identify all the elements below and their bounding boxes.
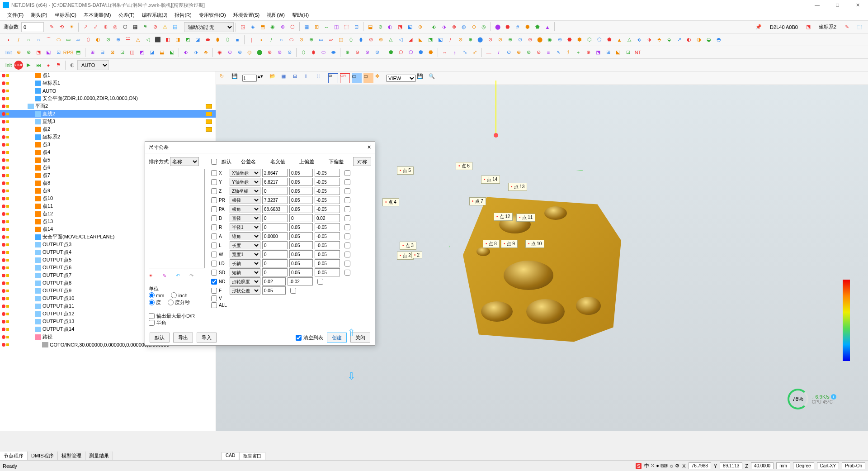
- menu-item[interactable]: 帮助(H): [288, 12, 312, 19]
- row-upper[interactable]: [289, 205, 313, 213]
- tool-btn[interactable]: ⊕: [14, 48, 23, 57]
- flag-icon[interactable]: ⚑: [54, 61, 63, 70]
- shape-btn[interactable]: ▭: [316, 35, 326, 44]
- shape-btn[interactable]: ⬖: [635, 35, 644, 44]
- row-sym-check[interactable]: [290, 288, 296, 294]
- row-lower[interactable]: [315, 214, 340, 222]
- row-lower[interactable]: [315, 178, 340, 186]
- shape-btn[interactable]: ⬡: [585, 35, 594, 44]
- shape-btn[interactable]: ⬮: [213, 35, 222, 44]
- points-input[interactable]: [21, 22, 44, 32]
- view-select[interactable]: VIEW: [386, 75, 416, 82]
- ime-label[interactable]: 中 ⁙ ● ⌨ ☼ ⚙: [644, 462, 679, 469]
- aux-select[interactable]: 辅助功能 无: [184, 22, 234, 32]
- dlg-tool-1[interactable]: ✴: [149, 273, 158, 282]
- shape-btn[interactable]: ⬯: [223, 35, 232, 44]
- row-check[interactable]: [211, 215, 217, 221]
- row-lower[interactable]: [315, 169, 340, 177]
- row-check[interactable]: [211, 224, 217, 230]
- toggle-icon[interactable]: ◐: [68, 61, 77, 70]
- tool-btn[interactable]: ⬠: [396, 48, 406, 57]
- vp-di-icon[interactable]: DI: [328, 73, 338, 83]
- vp-up-icon[interactable]: ▴▾: [258, 73, 268, 83]
- point-label[interactable]: 点 6: [456, 162, 472, 170]
- row-nominal[interactable]: [262, 214, 288, 222]
- menu-item[interactable]: 专用软件(O): [195, 12, 230, 19]
- tool-btn[interactable]: ⊛: [265, 48, 274, 57]
- menu-item[interactable]: 环境设置(S): [230, 12, 264, 19]
- tree-row[interactable]: 坐标系1: [0, 79, 216, 87]
- shape-btn[interactable]: ◢: [406, 35, 415, 44]
- row-upper[interactable]: [289, 250, 313, 258]
- tool-a3[interactable]: ✴: [67, 23, 76, 32]
- vp-open-icon[interactable]: 📂: [269, 73, 279, 83]
- row-lower[interactable]: [315, 250, 340, 258]
- shape-btn[interactable]: ◁: [396, 35, 405, 44]
- shape-btn[interactable]: |: [247, 35, 256, 44]
- tool-btn[interactable]: ⬡: [406, 48, 415, 57]
- row-check[interactable]: [211, 302, 217, 308]
- minimize-button[interactable]: —: [807, 0, 827, 10]
- menu-item[interactable]: 坐标系(C): [51, 12, 80, 19]
- tree-row[interactable]: 安全平面(ZDIR,10.0000,ZDIR,10.0000,ON): [0, 95, 216, 102]
- vp-save-icon[interactable]: 💾: [231, 73, 241, 83]
- shape-btn[interactable]: ■: [233, 35, 242, 44]
- shape-btn[interactable]: ⬢: [575, 35, 584, 44]
- tool-btn[interactable]: ⊡: [118, 48, 127, 57]
- tool-btn[interactable]: +: [574, 48, 583, 57]
- shape-btn[interactable]: ⬯: [346, 35, 355, 44]
- vp-c1-icon[interactable]: ▭: [352, 73, 362, 83]
- vp-save2-icon[interactable]: 💾: [417, 73, 427, 83]
- arrow-down-icon[interactable]: ⇩: [347, 371, 355, 382]
- shape-btn[interactable]: ⬗: [645, 35, 654, 44]
- row-sym-check[interactable]: [344, 270, 350, 276]
- row-type[interactable]: 极径: [230, 196, 260, 204]
- point-label[interactable]: 2: [411, 252, 422, 258]
- tool-btn[interactable]: ⊡: [352, 23, 361, 32]
- tool-btn[interactable]: /: [494, 48, 503, 57]
- shape-btn[interactable]: ⬤: [535, 35, 544, 44]
- create-button[interactable]: 创建: [327, 333, 347, 343]
- row-check[interactable]: [211, 288, 217, 294]
- tool-btn[interactable]: ⊕: [514, 48, 523, 57]
- tool-btn[interactable]: ⊛: [278, 23, 287, 32]
- row-type[interactable]: X轴坐标: [230, 169, 260, 177]
- tree-row[interactable]: 直线3: [0, 118, 216, 125]
- tool-btn[interactable]: ⊡: [54, 48, 63, 57]
- sym-button[interactable]: 对称: [353, 157, 371, 166]
- point-label[interactable]: 点 3: [400, 242, 416, 250]
- shape-btn[interactable]: ⊘: [456, 35, 465, 44]
- tool-btn[interactable]: ⬬: [329, 48, 338, 57]
- row-upper[interactable]: [289, 187, 313, 195]
- tool-b9[interactable]: ⚠: [160, 23, 170, 32]
- shape-btn[interactable]: ⊘: [495, 35, 505, 44]
- row-nominal[interactable]: [262, 205, 288, 213]
- pin-icon[interactable]: 📌: [753, 23, 764, 31]
- shape-btn[interactable]: ⊙: [297, 35, 306, 44]
- row-upper[interactable]: [289, 241, 313, 249]
- half-angle-check[interactable]: 半角: [149, 319, 208, 326]
- tool-btn[interactable]: ⊜: [524, 48, 533, 57]
- tool-btn[interactable]: ⤴: [564, 48, 573, 57]
- row-upper[interactable]: [289, 268, 313, 276]
- menu-item[interactable]: 基本测量(M): [80, 12, 115, 19]
- tool-btn[interactable]: ◉: [268, 23, 277, 32]
- row-upper[interactable]: [289, 214, 313, 222]
- skip-icon[interactable]: ⏭: [34, 61, 43, 70]
- export-button[interactable]: 导出: [173, 333, 193, 343]
- tool-btn[interactable]: ◍: [459, 23, 468, 32]
- tool-btn[interactable]: ⤡: [460, 48, 469, 57]
- row-lower[interactable]: [315, 268, 340, 276]
- shape-btn[interactable]: ⬠: [595, 35, 604, 44]
- tool-btn[interactable]: ⬤: [493, 23, 502, 32]
- tool-btn[interactable]: ⬗: [439, 23, 448, 32]
- bottom-tab[interactable]: DMIS程序: [28, 452, 58, 460]
- cs-icon[interactable]: ⬔: [803, 23, 813, 31]
- row-check[interactable]: [211, 179, 217, 185]
- row-upper[interactable]: [289, 169, 313, 177]
- tool-btn[interactable]: ⬘: [201, 48, 210, 57]
- shape-btn[interactable]: ◨: [173, 35, 182, 44]
- tree-row[interactable]: 直线2: [0, 110, 216, 118]
- shape-btn[interactable]: ⬙: [665, 35, 674, 44]
- tree-row[interactable]: 点1: [0, 71, 216, 79]
